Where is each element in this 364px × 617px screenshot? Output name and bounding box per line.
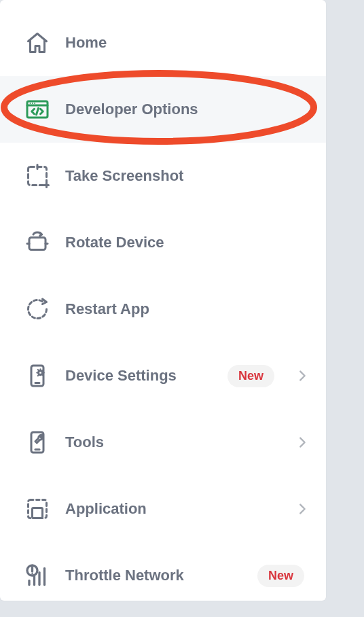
menu-item-label: Developer Options [65, 101, 310, 118]
menu-item-tools[interactable]: Tools [0, 409, 326, 476]
screenshot-icon [24, 163, 50, 189]
throttle-icon [24, 563, 50, 588]
new-badge: New [228, 365, 274, 387]
menu-item-developer-options[interactable]: Developer Options [0, 76, 326, 143]
home-icon [24, 30, 50, 56]
sidebar-panel: Home Developer Options [0, 0, 326, 601]
menu-item-label: Rotate Device [65, 234, 310, 251]
svg-point-2 [30, 103, 31, 104]
code-window-icon [24, 96, 50, 122]
menu-item-home[interactable]: Home [0, 10, 326, 76]
menu-item-device-settings[interactable]: Device Settings New [0, 342, 326, 409]
chevron-right-icon [295, 501, 310, 516]
chevron-right-icon [295, 368, 310, 383]
menu-item-label: Take Screenshot [65, 167, 310, 185]
menu-item-application[interactable]: Application [0, 476, 326, 542]
rotate-icon [24, 230, 50, 255]
svg-point-4 [34, 103, 35, 104]
svg-point-3 [32, 103, 33, 104]
menu-item-label: Home [65, 34, 310, 52]
new-badge: New [257, 565, 304, 587]
menu-item-label: Tools [65, 434, 280, 451]
device-settings-icon [24, 363, 50, 389]
menu-item-throttle-network[interactable]: Throttle Network New [0, 542, 326, 609]
svg-line-5 [37, 108, 39, 115]
chevron-right-icon [295, 435, 310, 450]
menu-item-label: Device Settings [65, 367, 213, 385]
menu-item-label: Application [65, 500, 280, 518]
menu-item-restart-app[interactable]: Restart App [0, 276, 326, 342]
svg-rect-10 [29, 238, 46, 250]
menu-item-label: Throttle Network [65, 567, 242, 584]
menu-item-rotate-device[interactable]: Rotate Device [0, 209, 326, 276]
tools-icon [24, 429, 50, 455]
menu-item-label: Restart App [65, 300, 310, 318]
application-icon [24, 496, 50, 522]
restart-icon [24, 296, 50, 322]
menu-item-take-screenshot[interactable]: Take Screenshot [0, 143, 326, 209]
svg-point-26 [31, 573, 33, 574]
svg-rect-19 [33, 508, 43, 518]
